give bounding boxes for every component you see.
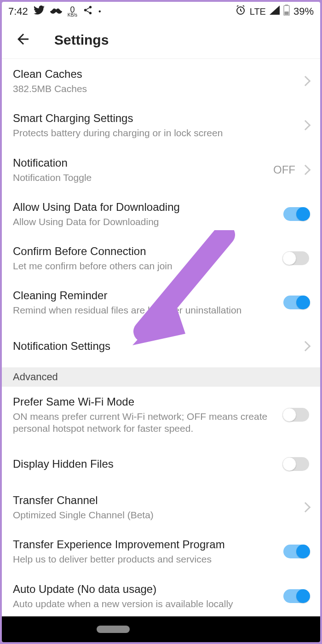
row-subtitle: Optimized Single Channel (Beta) — [13, 509, 296, 521]
row-title: Confirm Before Connection — [13, 244, 278, 258]
row-text: Notification Settings — [13, 339, 302, 353]
chevron-right-icon — [300, 164, 311, 175]
row-subtitle: ON means prefer current Wi-Fi network; O… — [13, 411, 278, 435]
toggle-knob — [282, 251, 296, 265]
row-controls — [283, 296, 309, 309]
toggle-knob — [296, 207, 310, 221]
dot-icon: • — [98, 7, 101, 16]
advanced-row-4[interactable]: Auto Update (No data usage)Auto update w… — [2, 574, 320, 617]
row-title: Notification — [13, 156, 268, 170]
toggle-knob — [296, 545, 310, 558]
app-header: Settings — [2, 21, 320, 59]
row-title: Prefer Same Wi-Fi Mode — [13, 395, 278, 409]
row-subtitle: Protects battery during charging or in l… — [13, 127, 296, 139]
main-row-0[interactable]: Clean Caches382.5MB Caches — [2, 59, 320, 103]
status-left: 7:42 0 KB/s • — [8, 5, 101, 18]
row-title: Transfer Channel — [13, 493, 296, 507]
svg-rect-2 — [284, 12, 288, 15]
status-lte: LTE — [250, 6, 266, 17]
battery-icon — [283, 5, 290, 18]
row-text: Auto Update (No data usage)Auto update w… — [13, 582, 283, 610]
advanced-row-3[interactable]: Transfer Experience Improvement ProgramH… — [2, 529, 320, 574]
row-text: Transfer ChannelOptimized Single Channel… — [13, 493, 302, 521]
row-title: Auto Update (No data usage) — [13, 582, 278, 596]
row-subtitle: Auto update when a new version is availa… — [13, 598, 278, 610]
row-value: OFF — [273, 163, 295, 176]
row-title: Display Hidden Files — [13, 457, 278, 471]
chevron-right-icon — [300, 120, 311, 131]
status-bar: 7:42 0 KB/s • LTE — [2, 2, 320, 21]
row-subtitle: Allow Using Data for Downloading — [13, 216, 278, 228]
row-controls — [283, 408, 309, 422]
row-subtitle: Let me confirm before others can join — [13, 260, 278, 272]
advanced-row-2[interactable]: Transfer ChannelOptimized Single Channel… — [2, 485, 320, 529]
row-text: Prefer Same Wi-Fi ModeON means prefer cu… — [13, 395, 283, 435]
main-row-3[interactable]: Allow Using Data for DownloadingAllow Us… — [2, 192, 320, 236]
main-row-6[interactable]: Notification Settings — [2, 325, 320, 367]
toggle-knob — [296, 589, 310, 603]
data-speed: 0 KB/s — [68, 6, 77, 17]
row-title: Clean Caches — [13, 67, 296, 81]
row-title: Allow Using Data for Downloading — [13, 200, 278, 214]
row-text: Transfer Experience Improvement ProgramH… — [13, 538, 283, 565]
toggle-knob — [282, 457, 296, 471]
toggle-switch[interactable] — [283, 457, 309, 471]
row-text: Confirm Before ConnectionLet me confirm … — [13, 244, 283, 272]
row-controls — [283, 589, 309, 603]
row-subtitle: Notification Toggle — [13, 172, 268, 184]
row-text: Cleaning ReminderRemind when residual fi… — [13, 289, 283, 316]
chevron-right-icon — [300, 76, 311, 87]
row-controls — [302, 77, 309, 85]
row-controls — [283, 545, 309, 558]
row-title: Transfer Experience Improvement Program — [13, 538, 278, 551]
main-row-2[interactable]: NotificationNotification ToggleOFF — [2, 148, 320, 192]
main-row-5[interactable]: Cleaning ReminderRemind when residual fi… — [2, 280, 320, 325]
row-text: NotificationNotification Toggle — [13, 156, 273, 184]
row-subtitle: Help us to deliver better products and s… — [13, 553, 278, 565]
toggle-knob — [282, 408, 296, 422]
row-subtitle: 382.5MB Caches — [13, 83, 296, 95]
row-controls — [283, 457, 309, 471]
status-time: 7:42 — [8, 6, 28, 17]
advanced-row-1[interactable]: Display Hidden Files — [2, 443, 320, 485]
chevron-right-icon — [300, 502, 311, 513]
main-row-1[interactable]: Smart Charging SettingsProtects battery … — [2, 103, 320, 147]
row-subtitle: Remind when residual files are left afte… — [13, 304, 278, 316]
row-controls: OFF — [273, 163, 309, 176]
row-controls — [283, 251, 309, 265]
share-icon — [83, 5, 93, 18]
twitter-icon — [34, 6, 45, 17]
section-header-advanced: Advanced — [2, 367, 320, 387]
row-controls — [302, 504, 309, 511]
content-list: Clean Caches382.5MB CachesSmart Charging… — [2, 59, 320, 616]
row-text: Clean Caches382.5MB Caches — [13, 67, 302, 95]
android-navbar — [2, 616, 320, 642]
page-title: Settings — [54, 32, 109, 48]
nav-home-pill[interactable] — [97, 626, 130, 633]
toggle-switch[interactable] — [283, 251, 309, 265]
row-title: Notification Settings — [13, 339, 296, 353]
toggle-switch[interactable] — [283, 408, 309, 422]
status-right: LTE 39% — [235, 5, 314, 18]
toggle-knob — [296, 296, 310, 309]
back-arrow-icon[interactable] — [15, 31, 31, 49]
row-text: Smart Charging SettingsProtects battery … — [13, 111, 302, 139]
toggle-switch[interactable] — [283, 545, 309, 558]
row-text: Allow Using Data for DownloadingAllow Us… — [13, 200, 283, 228]
toggle-switch[interactable] — [283, 207, 309, 221]
row-controls — [302, 122, 309, 129]
toggle-switch[interactable] — [283, 589, 309, 603]
toggle-switch[interactable] — [283, 296, 309, 309]
signal-icon — [270, 6, 280, 17]
row-controls — [302, 342, 309, 350]
row-title: Cleaning Reminder — [13, 289, 278, 302]
device-frame: 7:42 0 KB/s • LTE — [2, 2, 320, 642]
main-row-4[interactable]: Confirm Before ConnectionLet me confirm … — [2, 236, 320, 280]
advanced-row-0[interactable]: Prefer Same Wi-Fi ModeON means prefer cu… — [2, 387, 320, 443]
row-title: Smart Charging Settings — [13, 111, 296, 125]
mustache-icon — [50, 6, 62, 17]
chevron-right-icon — [300, 341, 311, 351]
alarm-icon — [235, 5, 246, 18]
battery-percent: 39% — [293, 6, 314, 17]
row-text: Display Hidden Files — [13, 457, 283, 471]
